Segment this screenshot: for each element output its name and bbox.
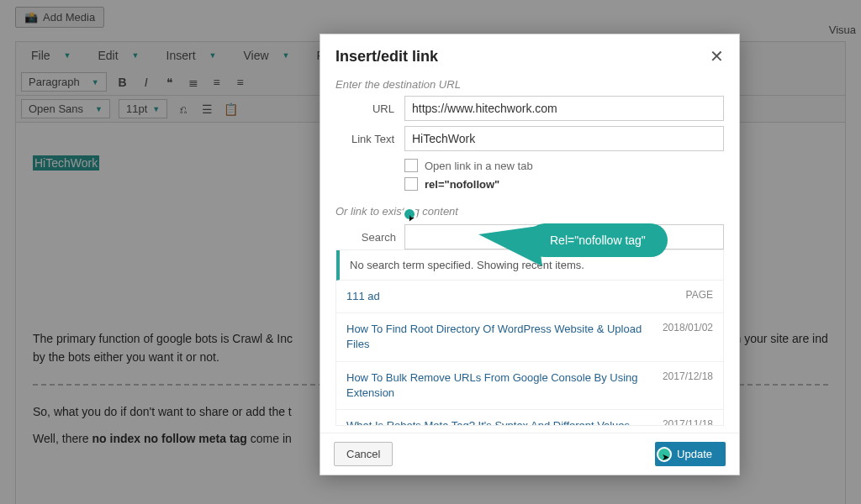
menu-file[interactable]: File▼ (21, 45, 81, 66)
newtab-checkbox[interactable] (404, 159, 418, 172)
media-icon: 📸 (24, 11, 38, 24)
annotation-callout: Rel="nofollow tag" (528, 223, 668, 257)
numbers-icon[interactable]: ≡ (209, 76, 224, 89)
font-select[interactable]: Open Sans▼ (21, 99, 110, 118)
recent-items-list: No search term specified. Showing recent… (335, 249, 724, 426)
annotation-pointer (402, 207, 417, 222)
update-label: Update (677, 448, 712, 460)
update-button[interactable]: ➤ Update (655, 442, 726, 466)
annotation-text: Rel="nofollow tag" (528, 223, 668, 257)
add-media-button[interactable]: 📸 Add Media (15, 7, 104, 28)
tool-icon-b[interactable]: ☰ (199, 102, 214, 116)
italic-icon[interactable]: I (139, 76, 154, 89)
add-media-label: Add Media (43, 11, 95, 24)
dialog-title: Insert/edit link (335, 48, 438, 66)
list-item[interactable]: What Is Robots Meta Tag? It's Syntax And… (336, 410, 723, 426)
align-icon[interactable]: ≡ (233, 76, 248, 89)
paste-icon[interactable]: 📋 (223, 102, 238, 116)
bullets-icon[interactable]: ≣ (186, 76, 201, 89)
url-hint: Enter the destination URL (335, 78, 724, 91)
tool-icon-a[interactable]: ⎌ (176, 102, 191, 116)
nofollow-checkbox[interactable] (404, 177, 418, 191)
menu-insert[interactable]: Insert▼ (156, 45, 227, 66)
link-text-label: Link Text (335, 133, 394, 145)
menu-view[interactable]: View▼ (233, 45, 299, 66)
quote-icon[interactable]: ❝ (162, 76, 177, 89)
existing-hint: Or link to existing content (335, 205, 724, 218)
visual-tab[interactable]: Visua (829, 24, 856, 36)
close-icon[interactable]: ✕ (710, 46, 724, 66)
url-label: URL (335, 102, 394, 115)
list-item[interactable]: 111 adPAGE (336, 281, 723, 313)
link-text-input[interactable] (404, 126, 724, 151)
bold-icon[interactable]: B (115, 76, 130, 89)
cursor-icon: ➤ (662, 452, 669, 463)
cancel-button[interactable]: Cancel (334, 442, 393, 466)
paragraph-select[interactable]: Paragraph▼ (21, 72, 107, 92)
nofollow-label: rel="nofollow" (425, 178, 499, 191)
search-label: Search (335, 231, 396, 244)
list-item[interactable]: How To Find Root Directory Of WordPress … (336, 313, 723, 361)
selected-link-text: HiTechWork (33, 155, 99, 171)
size-select[interactable]: 11pt▼ (119, 99, 167, 118)
list-item[interactable]: How To Bulk Remove URLs From Google Cons… (336, 362, 723, 410)
menu-edit[interactable]: Edit▼ (87, 45, 149, 66)
newtab-label: Open link in a new tab (425, 160, 533, 172)
url-input[interactable] (404, 96, 724, 121)
